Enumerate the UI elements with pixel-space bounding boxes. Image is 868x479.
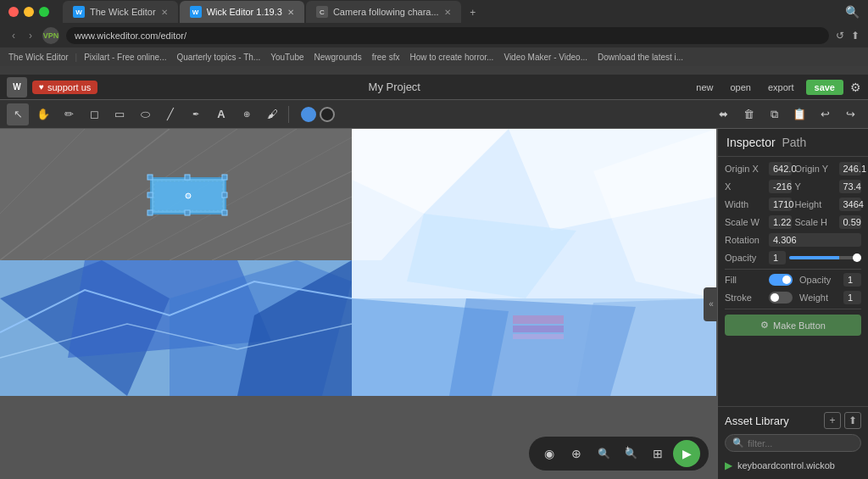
svg-rect-33 bbox=[185, 175, 190, 180]
settings-button[interactable]: ⚙ bbox=[850, 81, 861, 94]
bookmark-9[interactable]: Download the latest i... bbox=[594, 52, 687, 63]
browser-tab-3[interactable]: C Camera following chara... ✕ bbox=[306, 1, 461, 23]
support-label: support us bbox=[47, 82, 91, 92]
scale-w-value[interactable]: 1.22 bbox=[769, 215, 792, 229]
fill-row: Fill Opacity 1 bbox=[725, 273, 861, 287]
bookmark-6[interactable]: free sfx bbox=[369, 52, 403, 63]
tab-close-1[interactable]: ✕ bbox=[161, 8, 168, 17]
title-bar: W The Wick Editor ✕ W Wick Editor 1.19.3… bbox=[0, 0, 868, 24]
app-logo[interactable]: W bbox=[7, 77, 27, 97]
toolbar-actions: ⬌ 🗑 ⧉ 📋 ↩ ↪ bbox=[712, 103, 861, 125]
close-button[interactable] bbox=[8, 7, 19, 17]
vpn-icon[interactable]: VPN bbox=[42, 27, 59, 44]
redo-button[interactable]: ↪ bbox=[839, 103, 861, 125]
text-tool[interactable]: A bbox=[210, 103, 232, 125]
canvas-area[interactable]: « ◉ ⊕ 🔍 🔍+ ⊞ ▶ bbox=[0, 129, 717, 479]
bookmark-3[interactable]: Quarterly topics - Th... bbox=[173, 52, 264, 63]
asset-filter-input[interactable] bbox=[748, 438, 854, 448]
stroke-weight-value[interactable]: 1 bbox=[843, 291, 861, 304]
bookmark-4[interactable]: YouTube bbox=[267, 52, 307, 63]
reload-button[interactable]: ↺ bbox=[836, 30, 844, 42]
eyedropper-tool[interactable]: ⊕ bbox=[236, 103, 258, 125]
stroke-row: Stroke Weight 1 bbox=[725, 291, 861, 304]
copy-button[interactable]: ⧉ bbox=[763, 103, 785, 125]
play-button[interactable]: ▶ bbox=[673, 440, 700, 467]
pencil-tool[interactable]: ✏ bbox=[58, 103, 80, 125]
bookmark-8[interactable]: Video Maker - Video... bbox=[500, 52, 591, 63]
inspector-panel: Inspector Path Origin X 642.0 Origin Y 2… bbox=[717, 129, 868, 479]
export-button[interactable]: export bbox=[763, 81, 799, 94]
address-bar: ‹ › VPN ↺ ⬆ bbox=[0, 24, 868, 47]
open-button[interactable]: open bbox=[725, 81, 755, 94]
width-value[interactable]: 1710 bbox=[769, 198, 792, 211]
address-input[interactable] bbox=[66, 27, 829, 44]
cursor-tool[interactable]: ↖ bbox=[7, 103, 29, 125]
add-asset-button[interactable]: + bbox=[824, 412, 841, 429]
tab-close-2[interactable]: ✕ bbox=[287, 8, 294, 17]
bookmark-7[interactable]: How to create horror... bbox=[406, 52, 497, 63]
secondary-color[interactable] bbox=[320, 107, 335, 122]
inspector-subtitle: Path bbox=[782, 136, 806, 149]
import-asset-button[interactable]: ⬆ bbox=[844, 412, 861, 429]
save-button[interactable]: save bbox=[806, 80, 843, 95]
asset-play-icon: ▶ bbox=[725, 460, 732, 471]
asset-item-1[interactable]: ▶ keyboardcontrol.wickob bbox=[725, 457, 861, 474]
minimize-button[interactable] bbox=[24, 7, 34, 17]
undo-button[interactable]: ↩ bbox=[814, 103, 836, 125]
zoom-out-tool[interactable]: 🔍 bbox=[592, 442, 615, 465]
path-tool[interactable]: ✒ bbox=[185, 103, 207, 125]
origin-x-value[interactable]: 642.0 bbox=[769, 162, 792, 175]
support-button[interactable]: ♥ support us bbox=[32, 81, 97, 94]
new-tab-button[interactable]: + bbox=[463, 3, 483, 23]
asset-library-title: Asset Library bbox=[725, 415, 789, 427]
origin-x-label: Origin X bbox=[725, 164, 765, 174]
scale-h-value[interactable]: 0.59 bbox=[839, 215, 862, 229]
svg-rect-26 bbox=[513, 334, 564, 339]
maximize-button[interactable] bbox=[39, 7, 49, 17]
fill-toggle[interactable] bbox=[769, 274, 793, 286]
zoom-in-tool[interactable]: 🔍+ bbox=[619, 442, 643, 465]
browser-tab-2[interactable]: W Wick Editor 1.19.3 ✕ bbox=[180, 1, 304, 23]
flip-horizontal[interactable]: ⬌ bbox=[712, 103, 734, 125]
make-button-btn[interactable]: ⚙ Make Button bbox=[725, 315, 861, 336]
browser-search-icon[interactable]: 🔍 bbox=[845, 5, 860, 19]
svg-rect-32 bbox=[222, 210, 227, 215]
opacity-value[interactable]: 1 bbox=[769, 251, 786, 265]
svg-rect-25 bbox=[513, 326, 564, 332]
pan-tool[interactable]: ⊕ bbox=[565, 442, 588, 465]
fit-view-tool[interactable]: ⊞ bbox=[646, 442, 670, 465]
svg-rect-34 bbox=[185, 210, 190, 215]
texture-tool[interactable]: ◉ bbox=[537, 442, 561, 465]
share-icon[interactable]: ⬆ bbox=[851, 30, 860, 42]
new-button[interactable]: new bbox=[691, 81, 718, 94]
inspector-title: Inspector Path bbox=[718, 129, 868, 157]
bookmark-1[interactable]: The Wick Editor bbox=[5, 52, 72, 63]
delete-button[interactable]: 🗑 bbox=[737, 103, 760, 125]
fill-opacity-value[interactable]: 1 bbox=[843, 273, 861, 287]
rectangle-tool[interactable]: ▭ bbox=[108, 103, 131, 125]
eraser-tool[interactable]: ◻ bbox=[83, 103, 105, 125]
forward-button[interactable]: › bbox=[25, 28, 36, 43]
tab-close-3[interactable]: ✕ bbox=[444, 8, 451, 17]
line-tool[interactable]: ╱ bbox=[159, 103, 181, 125]
opacity-slider[interactable] bbox=[789, 256, 861, 259]
back-button[interactable]: ‹ bbox=[8, 28, 19, 43]
y-value[interactable]: 73.4 bbox=[839, 180, 862, 193]
asset-library: Asset Library + ⬆ 🔍 ▶ keyboardcontrol.wi… bbox=[718, 406, 868, 479]
bookmark-2[interactable]: Pixilart - Free online... bbox=[81, 52, 170, 63]
ellipse-tool[interactable]: ⬭ bbox=[134, 103, 156, 125]
height-value[interactable]: 3464 bbox=[839, 198, 862, 211]
browser-tab-1[interactable]: W The Wick Editor ✕ bbox=[63, 1, 178, 23]
hand-tool[interactable]: ✋ bbox=[32, 103, 54, 125]
paste-button[interactable]: 📋 bbox=[788, 103, 810, 125]
stroke-toggle[interactable] bbox=[769, 292, 793, 304]
bookmark-5[interactable]: Newgrounds bbox=[311, 52, 365, 63]
rotation-value[interactable]: 4.306 bbox=[769, 233, 861, 247]
primary-color[interactable] bbox=[301, 107, 316, 122]
x-value[interactable]: -216 bbox=[769, 180, 792, 193]
panel-collapse-button[interactable]: « bbox=[704, 287, 717, 321]
x-label: X bbox=[725, 181, 765, 192]
paint-tool[interactable]: 🖌 bbox=[261, 103, 283, 125]
color-pickers bbox=[301, 107, 335, 122]
origin-y-value[interactable]: 246.1 bbox=[839, 162, 862, 175]
